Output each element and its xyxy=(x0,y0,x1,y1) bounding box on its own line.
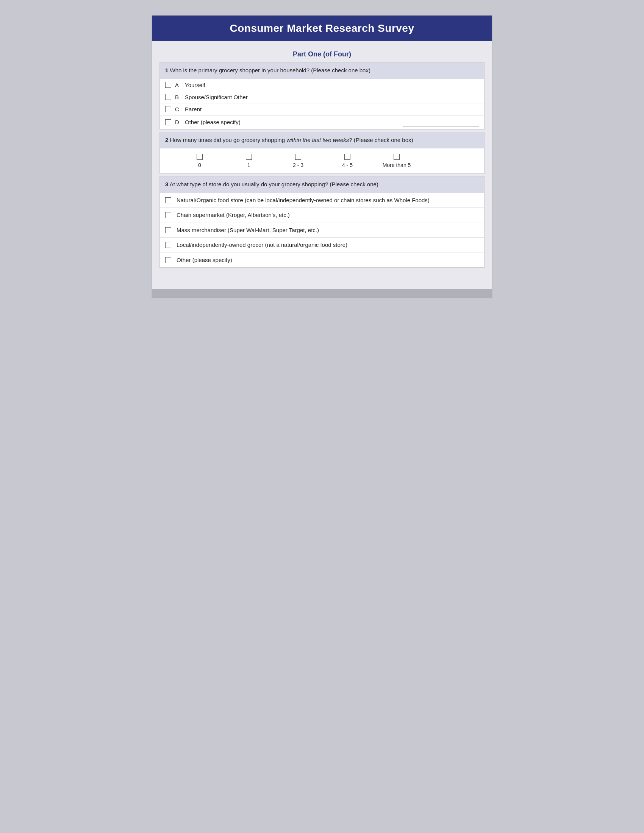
text-3-2: Chain supermarket (Kroger, Albertson's, … xyxy=(177,211,479,220)
label-2-1: 1 xyxy=(247,162,250,168)
question-3-text: 3 At what type of store do you usually d… xyxy=(160,177,484,193)
checkbox-3-5[interactable] xyxy=(165,257,171,263)
checkbox-2-3[interactable] xyxy=(345,154,350,160)
checkbox-1a[interactable] xyxy=(165,82,171,88)
checkbox-1d[interactable] xyxy=(165,119,171,125)
text-1a: Yourself xyxy=(185,82,479,88)
text-3-5: Other (please specify) xyxy=(177,256,402,265)
question-2-answers: 0 1 2 - 3 4 - 5 More than 5 xyxy=(160,148,484,174)
answer-3-3: Mass merchandiser (Super Wal-Mart, Super… xyxy=(160,223,484,238)
text-1d: Other (please specify) xyxy=(185,119,402,125)
checkbox-1b[interactable] xyxy=(165,94,171,100)
letter-1b: B xyxy=(175,94,182,100)
checkbox-1c[interactable] xyxy=(165,106,171,112)
question-2-text: 2 How many times did you go grocery shop… xyxy=(160,132,484,148)
question-1-body: Who is the primary grocery shopper in yo… xyxy=(170,67,370,74)
question-3-block: 3 At what type of store do you usually d… xyxy=(159,176,485,268)
q2-option-4: More than 5 xyxy=(372,154,421,168)
text-1c: Parent xyxy=(185,106,479,113)
text-3-3: Mass merchandiser (Super Wal-Mart, Super… xyxy=(177,226,479,235)
letter-1a: A xyxy=(175,82,182,88)
letter-1d: D xyxy=(175,119,182,125)
checkbox-3-3[interactable] xyxy=(165,227,171,233)
text-3-4: Local/independently-owned grocer (not a … xyxy=(177,241,479,249)
checkbox-2-1[interactable] xyxy=(246,154,252,160)
specify-1d[interactable] xyxy=(403,118,479,127)
survey-body: Part One (of Four) 1 Who is the primary … xyxy=(152,41,492,278)
survey-header: Consumer Market Research Survey xyxy=(152,16,492,41)
q2-option-2: 2 - 3 xyxy=(274,154,323,168)
answer-3-2: Chain supermarket (Kroger, Albertson's, … xyxy=(160,207,484,223)
specify-3-5[interactable] xyxy=(403,256,479,264)
footer-bar xyxy=(152,289,492,298)
answer-3-1: Natural/Organic food store (can be local… xyxy=(160,193,484,208)
question-2-block: 2 How many times did you go grocery shop… xyxy=(159,132,485,174)
answer-3-4: Local/independently-owned grocer (not a … xyxy=(160,237,484,252)
question-2-italic: within the last two weeks xyxy=(287,137,349,143)
question-2-body-after: ? (Please check one box) xyxy=(349,137,413,143)
label-2-4: More than 5 xyxy=(383,162,411,168)
checkbox-3-2[interactable] xyxy=(165,212,171,218)
label-2-2: 2 - 3 xyxy=(293,162,303,168)
checkbox-2-0[interactable] xyxy=(196,154,203,160)
question-3-body: At what type of store do you usually do … xyxy=(170,181,378,187)
question-2-number: 2 xyxy=(165,137,168,143)
letter-1c: C xyxy=(175,106,182,113)
answer-1c: C Parent xyxy=(160,103,484,115)
question-1-number: 1 xyxy=(165,67,168,74)
checkbox-3-4[interactable] xyxy=(165,242,171,248)
checkbox-2-4[interactable] xyxy=(394,154,400,160)
question-1-text: 1 Who is the primary grocery shopper in … xyxy=(160,63,484,79)
text-1b: Spouse/Significant Other xyxy=(185,94,479,100)
text-3-1: Natural/Organic food store (can be local… xyxy=(177,196,479,205)
part-header: Part One (of Four) xyxy=(159,45,485,62)
q2-option-3: 4 - 5 xyxy=(323,154,372,168)
answer-3-5: Other (please specify) xyxy=(160,252,484,268)
survey-title: Consumer Market Research Survey xyxy=(159,23,485,34)
checkbox-2-2[interactable] xyxy=(295,154,301,160)
q2-option-0: 0 xyxy=(175,154,224,168)
label-2-3: 4 - 5 xyxy=(342,162,353,168)
answer-1a: A Yourself xyxy=(160,79,484,91)
question-2-body-before: How many times did you go grocery shoppi… xyxy=(170,137,287,143)
checkbox-3-1[interactable] xyxy=(165,197,171,203)
answer-1d: D Other (please specify) xyxy=(160,115,484,129)
label-2-0: 0 xyxy=(198,162,201,168)
question-1-block: 1 Who is the primary grocery shopper in … xyxy=(159,62,485,130)
q2-option-1: 1 xyxy=(224,154,274,168)
answer-1b: B Spouse/Significant Other xyxy=(160,91,484,103)
page-container: Consumer Market Research Survey Part One… xyxy=(151,15,493,298)
question-3-number: 3 xyxy=(165,181,168,187)
